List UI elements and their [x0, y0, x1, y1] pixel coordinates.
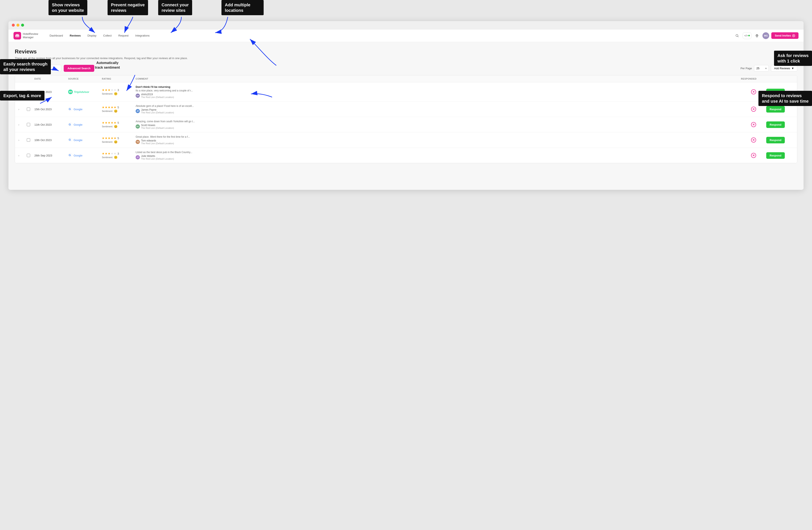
star-icon: ★	[108, 121, 111, 124]
row-rating-3: ★ ★ ★ ★ ★ 5 Sentiment: 😊	[102, 121, 135, 128]
logo-line2: Manager	[23, 36, 38, 39]
logo-icon: ★★	[14, 32, 21, 40]
annotation-show-reviews: Show reviewson your website	[48, 0, 87, 15]
comment-text-4: Great place. Went there for the first ti…	[135, 135, 741, 138]
svg-line-4	[738, 36, 739, 37]
row-expander-5[interactable]: ›	[18, 154, 27, 157]
google-logo-5: G	[68, 153, 72, 158]
dot-red[interactable]	[12, 24, 15, 27]
search-icon[interactable]	[734, 32, 740, 39]
row-checkbox-5[interactable]	[27, 154, 30, 157]
user-avatar[interactable]: MG	[763, 32, 769, 39]
row-responded-2: ✕	[741, 107, 766, 112]
sentiment-emoji-5: 😕	[114, 156, 117, 159]
row-source-name-2: Google	[74, 108, 83, 111]
row-respond-5: Respond	[766, 152, 794, 159]
browser-window: ★★ HotelReview Manager Dashboard Reviews…	[9, 21, 803, 190]
location-icon[interactable]	[754, 32, 760, 39]
chevron-add-icon: ▼	[791, 67, 794, 70]
star-icon: ★	[111, 121, 114, 124]
add-reviews-button[interactable]: Add Reviews ▼	[771, 65, 797, 72]
svg-point-14	[71, 92, 72, 92]
dot-green[interactable]	[21, 24, 24, 27]
page-title: Reviews	[15, 48, 797, 55]
send-invites-button[interactable]: Send Invites	[771, 32, 798, 39]
row-expander-4[interactable]: ›	[18, 139, 27, 142]
reviewer-avatar-3: SC	[135, 124, 140, 129]
reviewer-name-4: Tom edwards	[141, 139, 174, 142]
row-comment-3: Amazing, come down from south Yorkshire …	[135, 120, 741, 129]
row-source-name-1: TripAdvisor	[74, 90, 89, 94]
annotation-respond: Respond to reviewsand use AI to save tim…	[758, 91, 812, 106]
row-respond-4: Respond	[766, 137, 794, 143]
star-icon: ★	[102, 88, 105, 92]
row-expander-2[interactable]: ›	[18, 108, 27, 111]
send-invites-label: Send Invites	[775, 34, 791, 37]
nav-request[interactable]: Request	[115, 32, 131, 39]
row-checkbox-4[interactable]	[27, 138, 30, 142]
not-responded-icon-3: ✕	[751, 122, 756, 127]
row-source-3: G Google	[68, 122, 102, 127]
star-icon: ★	[111, 152, 114, 155]
star-icon: ★	[114, 106, 116, 109]
nav-dashboard[interactable]: Dashboard	[47, 32, 66, 39]
row-responded-4: ✕	[741, 138, 766, 142]
table-row: › 11th Oct 2023 G Google ★ ★	[15, 117, 797, 132]
th-source: SOURCE	[68, 78, 102, 80]
th-date: DATE	[34, 78, 68, 80]
nav-collect[interactable]: Collect	[100, 32, 115, 39]
sentiment-emoji-1: 😕	[114, 92, 117, 95]
row-expander-3[interactable]: ›	[18, 123, 27, 126]
row-source-2: G Google	[68, 107, 102, 112]
star-icon: ★	[111, 136, 114, 140]
rating-number-4: 5	[117, 137, 119, 140]
reviewer-location-5: The Red Lion (Default Location)	[141, 157, 174, 160]
row-source-name-5: Google	[74, 154, 83, 157]
nav-display[interactable]: Display	[85, 32, 100, 39]
row-date-2: 15th Oct 2023	[34, 108, 68, 111]
annotation-ask-reviews: Ask for reviewswith 1 click	[774, 51, 812, 66]
rating-number-3: 5	[117, 121, 119, 124]
table-row: › 15th Oct 2023 G Google	[15, 101, 797, 117]
row-sentiment-4: Sentiment: 😊	[102, 140, 135, 143]
star-icon: ★	[108, 88, 111, 92]
row-checkbox-3[interactable]	[27, 123, 30, 126]
row-checkbox-2[interactable]	[27, 108, 30, 111]
nav-reviews[interactable]: Reviews	[67, 32, 84, 39]
row-responded-3: ✕	[741, 122, 766, 127]
advanced-search-button[interactable]: Advanced Search	[64, 65, 94, 72]
logo-area: ★★ HotelReview Manager	[14, 32, 38, 40]
code-icon[interactable]: </>	[743, 32, 752, 39]
row-source-1: TripAdvisor	[68, 89, 102, 94]
star-icon: ★	[111, 88, 114, 92]
row-date-3: 11th Oct 2023	[34, 123, 68, 126]
respond-button-5[interactable]: Respond	[766, 152, 785, 159]
star-icon: ★	[102, 152, 105, 155]
th-comment: COMMENT	[135, 78, 741, 80]
svg-text:G: G	[69, 154, 71, 157]
not-responded-icon-1: ✕	[751, 89, 756, 94]
respond-button-3[interactable]: Respond	[766, 122, 785, 128]
per-page-select[interactable]: 25 50 100	[754, 65, 769, 72]
star-icon: ★	[102, 106, 105, 109]
reviewer-avatar-4: TE	[135, 140, 140, 144]
nav-integrations[interactable]: Integrations	[132, 32, 153, 39]
reviewer-location-2: The Red Lion (Default Location)	[141, 111, 174, 114]
reviewer-avatar-5: JT	[135, 155, 140, 159]
reviewer-row-3: SC Scott Howes The Red Lion (Default Loc…	[135, 124, 741, 129]
respond-button-4[interactable]: Respond	[766, 137, 785, 143]
th-responded: RESPONDED	[741, 78, 766, 80]
dot-yellow[interactable]	[16, 24, 19, 27]
nav-right: </> MG Send Invites	[734, 32, 798, 39]
reviewer-avatar-2: JP	[135, 109, 140, 113]
respond-button-2[interactable]: Respond	[766, 106, 785, 113]
row-source-5: G Google	[68, 153, 102, 158]
comment-text-5: Listed as the best dessi pub in the Blac…	[135, 151, 741, 154]
row-sentiment-2: Sentiment: 😊	[102, 109, 135, 113]
row-source-4: G Google	[68, 138, 102, 142]
row-source-name-3: Google	[74, 123, 83, 126]
star-icon: ★	[114, 121, 116, 124]
row-comment-5: Listed as the best dessi pub in the Blac…	[135, 151, 741, 160]
row-date-5: 26th Sep 2023	[34, 154, 68, 157]
th-rating: RATING	[102, 78, 135, 80]
